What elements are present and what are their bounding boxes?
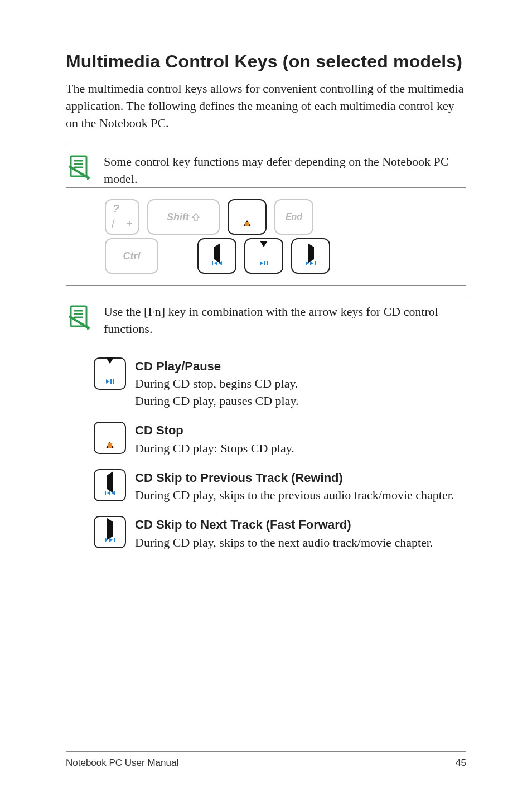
skip-next-icon [306, 261, 316, 265]
arrow-right-icon [107, 518, 113, 540]
skip-prev-icon [212, 261, 222, 265]
key-down-playpause [244, 238, 283, 274]
arrow-left-icon [214, 243, 220, 263]
arrow-down-icon [260, 241, 268, 259]
key-slash: / [112, 218, 115, 230]
fn-next-key [94, 516, 126, 548]
fn-stop-title: CD Stop [135, 422, 294, 439]
keyboard-diagram: ? / + Shift End Ctrl [66, 187, 466, 286]
stop-icon [108, 443, 112, 448]
fn-stop-line1: During CD play: Stops CD play. [135, 439, 294, 457]
key-shift-label: Shift [167, 211, 189, 223]
key-ctrl-label: Ctrl [123, 250, 141, 262]
fn-stop: CD Stop During CD play: Stops CD play. [94, 422, 466, 456]
note-top: Some control key functions may defer dep… [66, 146, 466, 187]
fn-prev-line1: During CD play, skips to the previous au… [135, 486, 454, 504]
arrow-down-icon [106, 357, 114, 378]
key-end: End [274, 199, 313, 235]
fn-next-title: CD Skip to Next Track (Fast Forward) [135, 516, 433, 533]
fn-prev-key [94, 469, 126, 501]
footer-page-number: 45 [456, 757, 466, 769]
page-title: Multimedia Control Keys (on selected mod… [66, 51, 466, 72]
intro-paragraph: The multimedia control keys allows for c… [66, 80, 466, 132]
skip-next-icon [105, 538, 115, 542]
key-plus: + [126, 218, 133, 230]
note-top-text: Some control key functions may defer dep… [104, 153, 466, 187]
key-slash-plus: ? / + [105, 199, 139, 235]
page-footer: Notebook PC User Manual 45 [66, 751, 466, 769]
key-question: ? [113, 202, 119, 215]
fn-play-pause-line1: During CD stop, begins CD play. [135, 375, 299, 392]
fn-prev-title: CD Skip to Previous Track (Rewind) [135, 469, 454, 486]
fn-play-pause-key [94, 357, 126, 390]
fn-play-pause-title: CD Play/Pause [135, 357, 299, 375]
skip-prev-icon [105, 491, 115, 495]
note-mid: Use the [Fn] key in combination with the… [66, 296, 466, 345]
key-right-next [291, 238, 330, 274]
arrow-right-icon [308, 243, 314, 263]
play-pause-icon [260, 261, 268, 265]
stop-icon [245, 222, 249, 226]
fn-next-line1: During CD play, skips to the next audio … [135, 534, 433, 551]
note-icon [66, 154, 93, 183]
shift-arrow-icon [191, 212, 200, 221]
key-left-prev [197, 238, 236, 274]
play-pause-icon [106, 379, 114, 384]
note-mid-text: Use the [Fn] key in combination with the… [104, 303, 466, 337]
key-ctrl: Ctrl [105, 238, 158, 274]
fn-play-pause: CD Play/Pause During CD stop, begins CD … [94, 357, 466, 410]
key-end-label: End [286, 212, 302, 222]
key-up-stop [228, 199, 267, 235]
fn-stop-key [94, 422, 126, 454]
fn-play-pause-line2: During CD play, pauses CD play. [135, 392, 299, 409]
key-shift: Shift [147, 199, 220, 235]
footer-left: Notebook PC User Manual [66, 757, 178, 769]
fn-next: CD Skip to Next Track (Fast Forward) Dur… [94, 516, 466, 550]
note-icon [66, 304, 93, 333]
arrow-left-icon [107, 471, 113, 493]
fn-prev: CD Skip to Previous Track (Rewind) Durin… [94, 469, 466, 504]
